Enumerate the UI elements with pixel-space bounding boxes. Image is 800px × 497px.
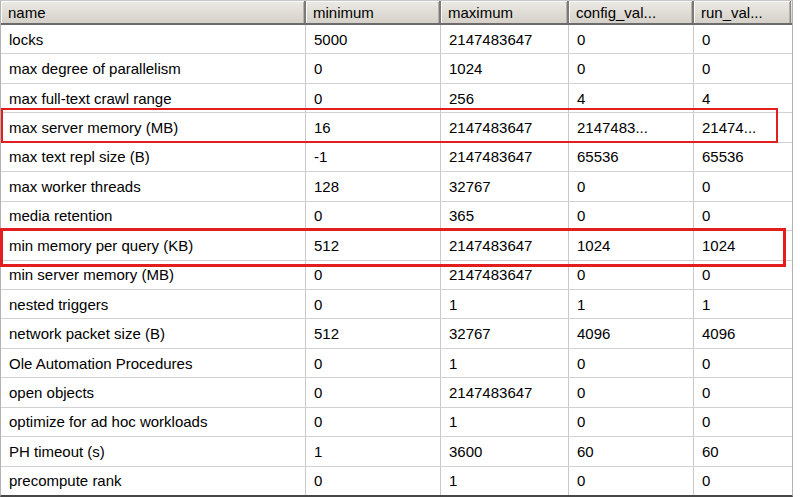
cell-run_value[interactable]: 21474...: [694, 113, 791, 141]
column-header-name[interactable]: name: [1, 1, 306, 23]
table-row[interactable]: precompute rank0100: [1, 467, 792, 495]
cell-config_value[interactable]: 0: [569, 408, 694, 436]
cell-maximum[interactable]: 2147483647: [441, 113, 569, 141]
cell-name[interactable]: max worker threads: [1, 172, 306, 200]
cell-name[interactable]: locks: [1, 25, 306, 53]
cell-name[interactable]: max degree of parallelism: [1, 54, 306, 82]
cell-config_value[interactable]: 0: [569, 261, 694, 289]
table-row[interactable]: Ole Automation Procedures0100: [1, 349, 792, 378]
cell-minimum[interactable]: 0: [306, 290, 441, 318]
cell-maximum[interactable]: 1: [441, 408, 569, 436]
table-row[interactable]: max worker threads1283276700: [1, 172, 792, 201]
cell-config_value[interactable]: 0: [569, 378, 694, 406]
table-row[interactable]: network packet size (B)5123276740964096: [1, 319, 792, 348]
table-row[interactable]: min server memory (MB)0214748364700: [1, 261, 792, 290]
cell-minimum[interactable]: 128: [306, 172, 441, 200]
cell-name[interactable]: nested triggers: [1, 290, 306, 318]
cell-run_value[interactable]: 0: [694, 408, 791, 436]
column-header-config_value[interactable]: config_val...: [569, 1, 694, 23]
cell-name[interactable]: open objects: [1, 378, 306, 406]
cell-maximum[interactable]: 2147483647: [441, 25, 569, 53]
cell-run_value[interactable]: 0: [694, 172, 791, 200]
cell-minimum[interactable]: 0: [306, 378, 441, 406]
column-header-minimum[interactable]: minimum: [306, 1, 441, 23]
cell-run_value[interactable]: 0: [694, 378, 791, 406]
cell-run_value[interactable]: 0: [694, 467, 791, 495]
table-row[interactable]: PH timeout (s)136006060: [1, 437, 792, 466]
cell-name[interactable]: min memory per query (KB): [1, 231, 306, 259]
table-row[interactable]: media retention036500: [1, 202, 792, 231]
cell-name[interactable]: max full-text crawl range: [1, 84, 306, 112]
cell-minimum[interactable]: 0: [306, 54, 441, 82]
cell-name[interactable]: network packet size (B): [1, 319, 306, 347]
table-row[interactable]: optimize for ad hoc workloads0100: [1, 408, 792, 437]
cell-minimum[interactable]: 0: [306, 467, 441, 495]
cell-minimum[interactable]: -1: [306, 143, 441, 171]
cell-run_value[interactable]: 1: [694, 290, 791, 318]
cell-maximum[interactable]: 2147483647: [441, 143, 569, 171]
cell-config_value[interactable]: 0: [569, 349, 694, 377]
cell-name[interactable]: max text repl size (B): [1, 143, 306, 171]
cell-config_value[interactable]: 1: [569, 290, 694, 318]
cell-run_value[interactable]: 0: [694, 54, 791, 82]
cell-config_value[interactable]: 1024: [569, 231, 694, 259]
cell-config_value[interactable]: 60: [569, 437, 694, 465]
table-row[interactable]: min memory per query (KB)512214748364710…: [1, 231, 792, 260]
cell-config_value[interactable]: 0: [569, 202, 694, 230]
table-row[interactable]: max server memory (MB)162147483647214748…: [1, 113, 792, 142]
cell-maximum[interactable]: 365: [441, 202, 569, 230]
cell-minimum[interactable]: 16: [306, 113, 441, 141]
cell-run_value[interactable]: 4096: [694, 319, 791, 347]
cell-maximum[interactable]: 1: [441, 349, 569, 377]
cell-minimum[interactable]: 1: [306, 437, 441, 465]
cell-maximum[interactable]: 1024: [441, 54, 569, 82]
cell-run_value[interactable]: 0: [694, 25, 791, 53]
table-row[interactable]: max full-text crawl range025644: [1, 84, 792, 113]
cell-maximum[interactable]: 2147483647: [441, 378, 569, 406]
cell-maximum[interactable]: 32767: [441, 319, 569, 347]
column-header-run_value[interactable]: run_val...: [694, 1, 791, 23]
cell-config_value[interactable]: 0: [569, 172, 694, 200]
table-row[interactable]: max degree of parallelism0102400: [1, 54, 792, 83]
cell-name[interactable]: precompute rank: [1, 467, 306, 495]
cell-maximum[interactable]: 1: [441, 467, 569, 495]
cell-config_value[interactable]: 2147483...: [569, 113, 694, 141]
cell-run_value[interactable]: 0: [694, 349, 791, 377]
cell-name[interactable]: optimize for ad hoc workloads: [1, 408, 306, 436]
cell-maximum[interactable]: 2147483647: [441, 231, 569, 259]
cell-run_value[interactable]: 1024: [694, 231, 791, 259]
cell-config_value[interactable]: 0: [569, 54, 694, 82]
cell-name[interactable]: media retention: [1, 202, 306, 230]
cell-minimum[interactable]: 0: [306, 349, 441, 377]
cell-minimum[interactable]: 512: [306, 231, 441, 259]
cell-maximum[interactable]: 256: [441, 84, 569, 112]
cell-minimum[interactable]: 5000: [306, 25, 441, 53]
cell-config_value[interactable]: 0: [569, 467, 694, 495]
table-row[interactable]: locks5000214748364700: [1, 25, 792, 54]
cell-name[interactable]: Ole Automation Procedures: [1, 349, 306, 377]
cell-minimum[interactable]: 0: [306, 261, 441, 289]
cell-minimum[interactable]: 0: [306, 84, 441, 112]
cell-config_value[interactable]: 4: [569, 84, 694, 112]
cell-name[interactable]: min server memory (MB): [1, 261, 306, 289]
cell-config_value[interactable]: 65536: [569, 143, 694, 171]
cell-config_value[interactable]: 4096: [569, 319, 694, 347]
cell-run_value[interactable]: 60: [694, 437, 791, 465]
column-header-maximum[interactable]: maximum: [441, 1, 569, 23]
cell-maximum[interactable]: 2147483647: [441, 261, 569, 289]
table-row[interactable]: nested triggers0111: [1, 290, 792, 319]
cell-config_value[interactable]: 0: [569, 25, 694, 53]
cell-run_value[interactable]: 0: [694, 202, 791, 230]
table-row[interactable]: open objects0214748364700: [1, 378, 792, 407]
cell-minimum[interactable]: 0: [306, 202, 441, 230]
cell-run_value[interactable]: 65536: [694, 143, 791, 171]
cell-minimum[interactable]: 512: [306, 319, 441, 347]
cell-maximum[interactable]: 3600: [441, 437, 569, 465]
cell-maximum[interactable]: 32767: [441, 172, 569, 200]
cell-run_value[interactable]: 4: [694, 84, 791, 112]
cell-run_value[interactable]: 0: [694, 261, 791, 289]
cell-maximum[interactable]: 1: [441, 290, 569, 318]
table-row[interactable]: max text repl size (B)-12147483647655366…: [1, 143, 792, 172]
cell-name[interactable]: PH timeout (s): [1, 437, 306, 465]
cell-minimum[interactable]: 0: [306, 408, 441, 436]
